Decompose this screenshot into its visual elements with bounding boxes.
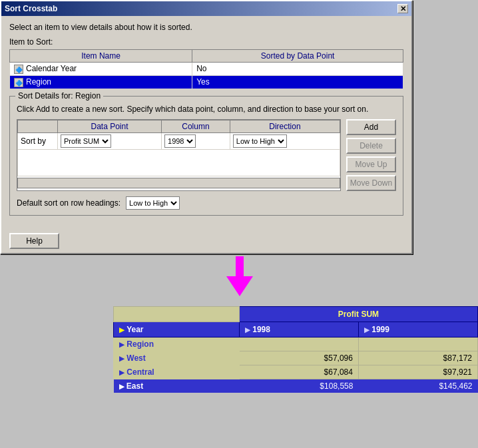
column-select[interactable]: 1998	[164, 134, 196, 148]
sort-buttons: Add Delete Move Up Move Down	[346, 119, 396, 191]
items-table: Item Name Sorted by Data Point 🔷Calendar…	[9, 49, 403, 89]
table-row[interactable]: 🔷RegionYes	[10, 75, 403, 89]
close-button[interactable]: ✕	[397, 4, 408, 13]
move-down-button[interactable]: Move Down	[346, 175, 396, 191]
sort-crosstab-dialog: Sort Crosstab ✕ Select an item to view d…	[0, 0, 413, 254]
item-to-sort-label: Item to Sort:	[9, 37, 403, 47]
add-button[interactable]: Add	[346, 119, 396, 135]
ct-region-label: ▶ Region	[114, 337, 240, 351]
delete-button[interactable]: Delete	[346, 138, 396, 154]
item-icon: 🔷	[14, 78, 23, 87]
ct-region-row: ▶ Region	[114, 337, 478, 351]
move-up-button[interactable]: Move Up	[346, 156, 396, 172]
ct-profit-header: Profit SUM	[239, 307, 477, 322]
instruction-text: Select an item to view details about how…	[9, 23, 403, 32]
horizontal-scrollbar[interactable]	[17, 178, 340, 188]
item-icon: 🔷	[14, 65, 23, 74]
col-sorted-by: Sorted by Data Point	[192, 50, 403, 63]
sorted-cell: Yes	[192, 75, 403, 89]
ct-region-name: ▶ Central	[114, 365, 240, 379]
sort-details-description: Click Add to create a new sort. Specify …	[17, 105, 396, 114]
ct-1998-value: $57,096	[239, 351, 358, 365]
col-data-point: Data Point	[58, 120, 162, 132]
crosstab-table: Profit SUM ▶ Year ▶ 1998 ▶ 1999 ▶ Region…	[113, 306, 478, 393]
help-button[interactable]: Help	[9, 233, 59, 249]
ct-region-header: ▶ Year	[114, 322, 240, 337]
ct-year1-header: ▶ 1998	[239, 322, 358, 337]
sort-grid-table: Data Point Column Direction Sort by	[17, 120, 340, 176]
sort-grid-left: Data Point Column Direction Sort by	[17, 119, 341, 191]
arrow-indicator	[226, 276, 253, 296]
item-name-cell: 🔷Region	[10, 75, 192, 89]
default-sort-row: Default sort on row headings: Low to Hig…	[17, 196, 396, 210]
ct-1999-value: $87,172	[358, 351, 477, 365]
ct-1998-value: $108,558	[239, 379, 358, 393]
direction-select[interactable]: Low to High	[233, 134, 287, 148]
default-sort-select[interactable]: Low to High	[126, 196, 180, 210]
ct-corner-cell	[114, 307, 240, 322]
sort-details-group: Sort Details for: Region Click Add to cr…	[9, 96, 403, 216]
item-name-cell: 🔷Calendar Year	[10, 63, 192, 76]
arrow-head	[226, 276, 253, 296]
help-row: Help	[1, 229, 411, 253]
sorted-cell: No	[192, 63, 403, 76]
title-bar: Sort Crosstab ✕	[1, 1, 411, 16]
ct-region-name: ▶ East	[114, 379, 240, 393]
crosstab-container: Profit SUM ▶ Year ▶ 1998 ▶ 1999 ▶ Region…	[113, 306, 478, 393]
ct-1998-value: $67,084	[239, 365, 358, 379]
ct-data-row: ▶ West$57,096$87,172	[114, 351, 478, 365]
sort-grid-container: Data Point Column Direction Sort by	[17, 119, 396, 191]
ct-year2-header: ▶ 1999	[358, 322, 477, 337]
col-column: Column	[162, 120, 230, 132]
col-item-name: Item Name	[10, 50, 192, 63]
dialog-title: Sort Crosstab	[5, 4, 57, 13]
arrow-shaft	[236, 256, 244, 276]
ct-data-row: ▶ Central$67,084$97,921	[114, 365, 478, 379]
default-sort-label: Default sort on row headings:	[17, 198, 120, 208]
dialog-body: Select an item to view details about how…	[1, 16, 411, 229]
ct-data-row: ▶ East$108,558$145,462	[114, 379, 478, 393]
sort-by-label: Sort by	[21, 136, 46, 146]
ct-1999-value: $145,462	[358, 379, 477, 393]
ct-year-label: Year	[126, 325, 143, 334]
ct-1999-value: $97,921	[358, 365, 477, 379]
table-row[interactable]: 🔷Calendar YearNo	[10, 63, 403, 76]
sort-row: Sort by Profit SUM 1998	[18, 132, 340, 149]
ct-region-name: ▶ West	[114, 351, 240, 365]
data-point-select[interactable]: Profit SUM	[61, 134, 111, 148]
col-direction: Direction	[230, 120, 340, 132]
group-legend: Sort Details for: Region	[15, 91, 103, 101]
